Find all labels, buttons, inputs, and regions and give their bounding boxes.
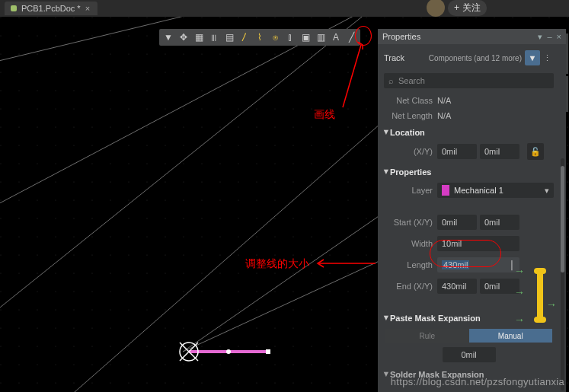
length-input[interactable]: 430mil │ (437, 257, 519, 272)
zigzag-icon[interactable]: ⌇ (252, 30, 267, 45)
chevron-down-icon: ▾ (545, 186, 549, 196)
track-diagram: → → → → (529, 268, 551, 323)
lock-button[interactable]: 🔓 (527, 143, 544, 160)
paste-value-input[interactable]: 0mil (443, 347, 496, 362)
end-x-input[interactable]: 430mil (437, 279, 477, 294)
svg-point-10 (226, 349, 231, 354)
location-x-input[interactable]: 0mil (437, 144, 477, 159)
section-properties[interactable]: Properties (378, 163, 560, 180)
line-icon[interactable]: ╱ (344, 30, 359, 45)
net-class-value: N/A (437, 96, 554, 105)
follow-label: 关注 (462, 2, 481, 14)
panel-title: Properties (382, 32, 420, 41)
width-label: Width (384, 239, 433, 248)
layer-value: Mechanical 1 (454, 186, 503, 195)
object-type: Track (384, 53, 404, 62)
tile2-icon[interactable]: ▥ (313, 30, 328, 45)
width-input[interactable]: 10mil (437, 236, 519, 251)
properties-panel: Properties ▾ – × Track Components (and 1… (378, 29, 566, 392)
length-value: 430mil (442, 260, 469, 269)
watermark: https://blog.csdn.net/pzsfongyutianxia (391, 376, 564, 387)
tile-icon[interactable]: ▣ (298, 30, 313, 45)
tab-title: PCB1.PcbDoc * (21, 4, 81, 13)
start-label: Start (X/Y) (384, 218, 433, 227)
location-y-input[interactable]: 0mil (480, 144, 519, 159)
layer-swatch (442, 185, 449, 196)
menu-dots-icon[interactable]: ⋮ (540, 50, 554, 65)
section-location[interactable]: Location (378, 123, 560, 140)
panel-header[interactable]: Properties ▾ – × (378, 29, 566, 44)
bars-icon[interactable]: ⫼ (206, 30, 222, 45)
pin-icon[interactable]: ⍟ (267, 30, 283, 45)
floating-toolbar: ▼ ✥ ▦ ⫼ ▤ 〳 ⌇ ⍟ ⫿ ▣ ▥ A ╱ (159, 29, 360, 46)
search-input[interactable]: ⌕ Search (384, 73, 554, 88)
route-icon[interactable]: 〳 (237, 30, 252, 45)
xy-label: (X/Y) (384, 147, 433, 156)
start-x-input[interactable]: 0mil (437, 215, 477, 230)
layer-select[interactable]: Mechanical 1 ▾ (437, 183, 554, 198)
scrollbar-thumb[interactable] (561, 166, 564, 272)
net-length-value: N/A (437, 111, 554, 120)
close-icon[interactable]: × (557, 32, 561, 42)
grid-icon[interactable]: ▦ (191, 30, 206, 45)
move-icon[interactable]: ✥ (176, 30, 191, 45)
svg-rect-11 (266, 349, 270, 354)
paste-mode-toggle[interactable]: Rule Manual (385, 329, 552, 343)
end-label: End (X/Y) (384, 282, 433, 291)
rule-button[interactable]: Rule (385, 329, 469, 343)
panel-scrollbar[interactable] (561, 158, 564, 390)
length-label: Length (384, 260, 433, 269)
pin-icon[interactable]: ▾ (538, 32, 542, 42)
filter-icon[interactable]: ▼ (161, 30, 176, 45)
text-icon[interactable]: A (328, 30, 344, 45)
start-y-input[interactable]: 0mil (480, 215, 519, 230)
doc-icon (11, 5, 17, 11)
search-icon: ⌕ (388, 76, 394, 85)
minimize-icon[interactable]: – (547, 32, 551, 42)
stack-icon[interactable]: ▤ (222, 30, 237, 45)
net-length-label: Net Length (384, 111, 433, 120)
plus-icon: + (454, 2, 459, 13)
net-class-label: Net Class (384, 96, 433, 105)
user-chip: + 关注 (427, 0, 487, 17)
chart-icon[interactable]: ⫿ (283, 30, 298, 45)
manual-button[interactable]: Manual (469, 329, 553, 343)
close-icon[interactable]: × (85, 4, 90, 13)
filter-summary: Components (and 12 more) (429, 54, 522, 62)
layer-label: Layer (384, 186, 433, 195)
filter-button[interactable]: ▼ (525, 50, 540, 65)
search-placeholder: Search (398, 76, 425, 85)
avatar[interactable] (427, 0, 445, 17)
follow-badge[interactable]: + 关注 (448, 0, 487, 16)
document-tab[interactable]: PCB1.PcbDoc * × (5, 2, 97, 15)
